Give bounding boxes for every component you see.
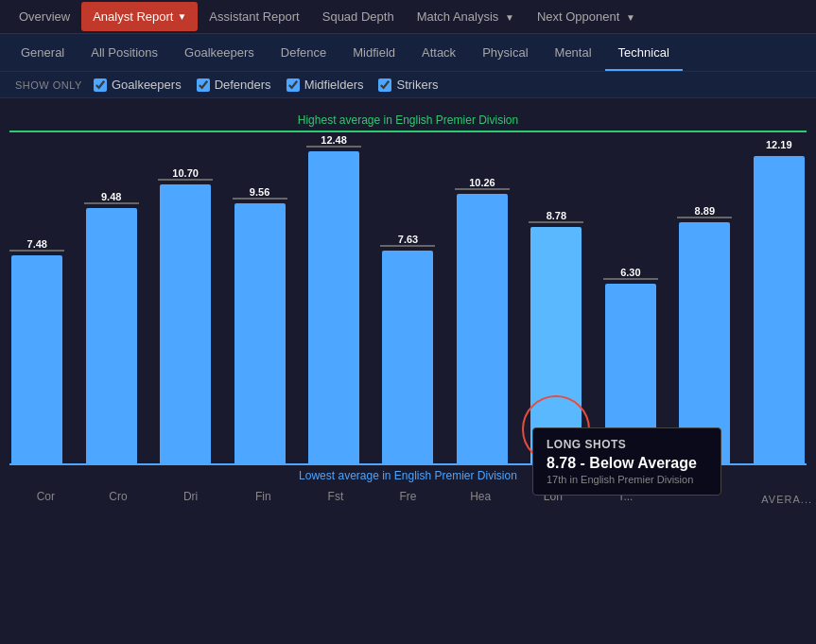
tab-goalkeepers[interactable]: Goalkeepers xyxy=(171,36,268,69)
sub-navigation: General All Positions Goalkeepers Defenc… xyxy=(0,34,816,72)
nav-item-next-opponent[interactable]: Next Opponent ▼ xyxy=(526,2,647,31)
avg-line-lon xyxy=(529,221,583,223)
avg-line-extra1 xyxy=(677,217,732,218)
avg-line-hea xyxy=(455,188,510,190)
nav-item-match-analysis[interactable]: Match Analysis ▼ xyxy=(406,2,526,31)
tab-all-positions[interactable]: All Positions xyxy=(78,36,171,69)
x-label-fin: Fin xyxy=(227,486,300,503)
filter-strikers[interactable]: Strikers xyxy=(378,78,438,92)
avg-line-dri xyxy=(158,179,213,181)
filter-goalkeepers[interactable]: Goalkeepers xyxy=(94,78,182,92)
bar-group-extra2[interactable]: 12.19 xyxy=(742,156,816,463)
bar-group-dri[interactable]: 10.70 xyxy=(148,184,222,463)
tab-defence[interactable]: Defence xyxy=(268,36,339,69)
bar-value-dri: 10.70 xyxy=(172,167,199,179)
bar-group-cro[interactable]: 9.48 xyxy=(74,208,148,463)
dropdown-arrow-icon: ▼ xyxy=(505,12,514,23)
goalkeepers-label: Goalkeepers xyxy=(112,78,182,92)
tab-general[interactable]: General xyxy=(8,36,78,69)
chart-area: Highest average in English Premier Divis… xyxy=(0,98,816,562)
bar-value-cor: 7.48 xyxy=(27,238,47,250)
tab-physical[interactable]: Physical xyxy=(469,36,541,69)
dropdown-arrow-icon: ▼ xyxy=(626,12,635,23)
avg-line-cro xyxy=(84,202,139,204)
average-label-right: AVERA... xyxy=(761,494,812,505)
bar-value-t: 6.30 xyxy=(620,267,640,278)
strikers-checkbox[interactable] xyxy=(378,78,391,92)
filter-row: SHOW ONLY Goalkeepers Defenders Midfield… xyxy=(0,72,816,98)
filter-defenders[interactable]: Defenders xyxy=(197,78,271,92)
nav-item-overview[interactable]: Overview xyxy=(8,2,81,31)
x-label-cro: Cro xyxy=(82,486,155,503)
tooltip-sub: 17th in English Premier Division xyxy=(547,474,707,485)
nav-item-squad-depth[interactable]: Squad Depth xyxy=(311,2,406,31)
bar-cro[interactable]: 9.48 xyxy=(86,208,137,463)
bar-fre[interactable]: 7.63 xyxy=(382,251,433,463)
bar-fst[interactable]: 12.48 xyxy=(308,151,359,463)
bar-value-fst: 12.48 xyxy=(321,134,347,146)
midfielders-label: Midfielders xyxy=(304,78,364,92)
tab-midfield[interactable]: Midfield xyxy=(339,36,408,69)
bar-value-lon: 8.78 xyxy=(547,210,566,221)
bar-tooltip: LONG SHOTS 8.78 - Below Average 17th in … xyxy=(532,427,721,496)
avg-line-fre xyxy=(380,245,435,247)
tab-technical[interactable]: Technical xyxy=(605,36,683,69)
tab-attack[interactable]: Attack xyxy=(408,36,469,69)
avg-line-cor xyxy=(9,250,64,252)
x-label-cor: Cor xyxy=(9,486,82,503)
bar-group-cor[interactable]: 7.48 xyxy=(0,255,74,463)
show-only-label: SHOW ONLY xyxy=(15,79,82,91)
x-label-hea: Hea xyxy=(444,486,517,503)
bar-value-extra1: 8.89 xyxy=(695,205,715,217)
x-label-fst: Fst xyxy=(300,486,373,503)
bar-extra2[interactable]: 12.19 xyxy=(754,156,805,463)
tooltip-value: 8.78 - Below Average xyxy=(547,455,707,472)
x-label-dri: Dri xyxy=(154,486,227,503)
bar-value-extra2: 12.19 xyxy=(766,139,792,150)
bar-dri[interactable]: 10.70 xyxy=(160,184,211,463)
goalkeepers-checkbox[interactable] xyxy=(94,78,107,92)
dropdown-arrow-icon: ▼ xyxy=(177,11,186,22)
avg-line-t xyxy=(603,278,658,280)
defenders-label: Defenders xyxy=(215,78,271,92)
bar-group-fst[interactable]: 12.48 xyxy=(297,151,371,463)
filter-midfielders[interactable]: Midfielders xyxy=(286,78,364,92)
tab-mental[interactable]: Mental xyxy=(542,36,605,69)
bar-cor[interactable]: 7.48 xyxy=(11,255,62,463)
strikers-label: Strikers xyxy=(396,78,438,92)
bar-value-hea: 10.26 xyxy=(469,177,495,188)
bar-group-fre[interactable]: 7.63 xyxy=(371,251,444,463)
bars-container: 7.489.4810.709.5612.487.6310.268.786.308… xyxy=(0,132,816,463)
top-navigation: Overview Analyst Report ▼ Assistant Repo… xyxy=(0,0,816,34)
tooltip-title: LONG SHOTS xyxy=(547,438,707,451)
highest-avg-label: Highest average in English Premier Divis… xyxy=(9,108,807,132)
nav-item-analyst-report[interactable]: Analyst Report ▼ xyxy=(81,2,198,31)
bar-group-fin[interactable]: 9.56 xyxy=(222,203,296,463)
avg-line-fin xyxy=(233,198,287,200)
nav-item-assistant-report[interactable]: Assistant Report xyxy=(198,2,310,31)
bar-value-fin: 9.56 xyxy=(250,186,269,198)
avg-line-fst xyxy=(306,146,361,148)
bar-fin[interactable]: 9.56 xyxy=(234,203,286,463)
bar-hea[interactable]: 10.26 xyxy=(457,194,508,463)
bar-value-cro: 9.48 xyxy=(101,191,121,202)
midfielders-checkbox[interactable] xyxy=(286,78,300,92)
defenders-checkbox[interactable] xyxy=(197,78,210,92)
bar-value-fre: 7.63 xyxy=(398,234,418,245)
x-label-fre: Fre xyxy=(372,486,444,503)
bar-group-hea[interactable]: 10.26 xyxy=(445,194,519,463)
